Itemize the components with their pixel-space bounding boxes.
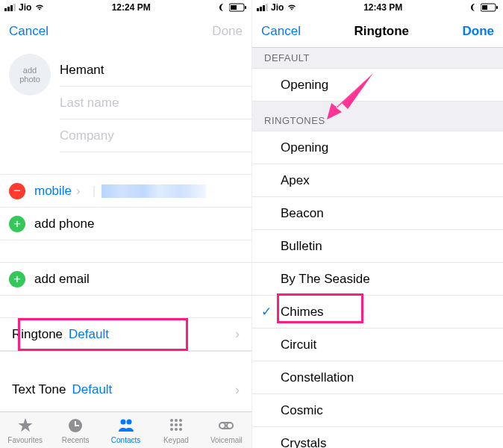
ringtone-item[interactable]: Beacon bbox=[252, 197, 503, 230]
ringtone-row[interactable]: Ringtone Default › bbox=[0, 318, 251, 351]
svg-point-12 bbox=[175, 423, 178, 426]
tab-bar: FavouritesRecentsContactsKeypadVoicemail bbox=[0, 411, 251, 448]
chevron-icon: › bbox=[235, 326, 240, 342]
checkmark-icon: ✓ bbox=[261, 304, 272, 320]
svg-point-18 bbox=[227, 423, 233, 429]
ringtone-item[interactable]: Apex bbox=[252, 164, 503, 197]
tab-label: Recents bbox=[62, 436, 90, 444]
wifi-icon bbox=[34, 4, 45, 11]
ringtone-value: Default bbox=[69, 327, 109, 342]
screen-edit-contact: Jio 12:24 PM Cancel Done add photo − mob… bbox=[0, 0, 251, 448]
svg-rect-21 bbox=[496, 6, 498, 9]
texttone-value: Default bbox=[72, 382, 112, 397]
tab-label: Contacts bbox=[111, 436, 140, 444]
ringtone-name: Bulletin bbox=[281, 239, 322, 254]
company-field[interactable] bbox=[60, 128, 240, 143]
nav-bar: Cancel Ringtone Done bbox=[252, 15, 503, 48]
tab-favourites[interactable]: Favourites bbox=[0, 412, 50, 448]
ringtone-name: Constellation bbox=[281, 370, 354, 385]
done-button[interactable]: Done bbox=[462, 24, 494, 39]
tab-keypad[interactable]: Keypad bbox=[151, 412, 201, 448]
add-email-row[interactable]: + add email bbox=[0, 263, 251, 296]
wifi-icon bbox=[287, 4, 297, 11]
svg-point-7 bbox=[126, 419, 131, 424]
ringtone-item[interactable]: ✓Chimes bbox=[252, 296, 503, 329]
svg-point-13 bbox=[179, 423, 182, 426]
chevron-icon: › bbox=[235, 382, 240, 398]
svg-point-14 bbox=[170, 428, 173, 431]
screen-ringtone: Jio 12:43 PM Cancel Ringtone Done Defaul… bbox=[251, 0, 503, 448]
ringtone-item[interactable]: Circuit bbox=[252, 329, 503, 361]
ringtone-name: Cosmic bbox=[281, 403, 323, 418]
svg-point-16 bbox=[179, 428, 182, 431]
tab-label: Voicemail bbox=[210, 436, 243, 444]
tab-label: Keypad bbox=[163, 436, 189, 444]
ringtone-name: Chimes bbox=[281, 305, 324, 320]
moon-icon bbox=[469, 3, 478, 12]
add-icon: + bbox=[9, 271, 25, 287]
tab-recents[interactable]: Recents bbox=[50, 412, 100, 448]
ringtone-name: By The Seaside bbox=[281, 272, 370, 287]
svg-rect-2 bbox=[245, 6, 246, 9]
page-title: Ringtone bbox=[354, 24, 409, 39]
ringtone-name: Circuit bbox=[281, 337, 316, 352]
remove-phone-button[interactable]: − bbox=[9, 183, 25, 199]
tab-contacts[interactable]: Contacts bbox=[101, 412, 151, 448]
ringtone-name: Crystals bbox=[281, 436, 326, 449]
battery-icon bbox=[481, 3, 499, 12]
svg-point-15 bbox=[175, 428, 178, 431]
ringtone-name: Apex bbox=[281, 173, 310, 188]
cancel-button[interactable]: Cancel bbox=[9, 24, 49, 39]
chevron-icon: › bbox=[76, 184, 81, 199]
ringtone-item[interactable]: By The Seaside bbox=[252, 263, 503, 296]
ringtone-item[interactable]: Cosmic bbox=[252, 394, 503, 427]
add-photo-button[interactable]: add photo bbox=[9, 54, 51, 96]
clock: 12:24 PM bbox=[112, 2, 151, 13]
ringtone-item[interactable]: Crystals bbox=[252, 427, 503, 448]
ringtone-item[interactable]: Opening bbox=[252, 131, 503, 164]
add-phone-row[interactable]: + add phone bbox=[0, 208, 251, 240]
svg-point-8 bbox=[170, 419, 173, 422]
svg-rect-20 bbox=[482, 5, 487, 10]
last-name-field[interactable] bbox=[60, 96, 240, 111]
svg-point-11 bbox=[170, 423, 173, 426]
svg-point-6 bbox=[120, 419, 125, 424]
signal-icon bbox=[257, 4, 268, 11]
add-email-label: add email bbox=[34, 272, 90, 287]
moon-icon bbox=[217, 3, 226, 12]
carrier-label: Jio bbox=[19, 2, 31, 13]
annotation-arrow bbox=[321, 66, 381, 128]
nav-bar: Cancel Done bbox=[0, 15, 251, 48]
add-phone-label: add phone bbox=[34, 217, 94, 231]
svg-point-10 bbox=[179, 419, 182, 422]
done-button[interactable]: Done bbox=[212, 24, 243, 39]
svg-rect-5 bbox=[75, 425, 79, 426]
ringtone-name: Opening bbox=[281, 140, 328, 155]
carrier-label: Jio bbox=[271, 2, 284, 13]
svg-point-17 bbox=[219, 423, 225, 429]
phone-type-label[interactable]: mobile bbox=[34, 184, 72, 199]
phone-number-blurred[interactable] bbox=[101, 184, 206, 198]
tab-label: Favourites bbox=[7, 436, 43, 444]
ringtone-name: Beacon bbox=[281, 206, 324, 221]
ringtone-item[interactable]: Bulletin bbox=[252, 230, 503, 263]
tab-voicemail[interactable]: Voicemail bbox=[201, 412, 251, 448]
first-name-field[interactable] bbox=[60, 63, 240, 78]
svg-rect-1 bbox=[231, 5, 237, 10]
battery-icon bbox=[229, 3, 247, 12]
texttone-label: Text Tone bbox=[12, 382, 66, 397]
status-bar: Jio 12:43 PM bbox=[252, 0, 503, 15]
clock: 12:43 PM bbox=[363, 2, 402, 13]
texttone-row[interactable]: Text Tone Default › bbox=[0, 373, 251, 406]
ringtone-label: Ringtone bbox=[12, 327, 63, 342]
add-icon: + bbox=[9, 216, 25, 232]
status-bar: Jio 12:24 PM bbox=[0, 0, 251, 15]
signal-icon bbox=[4, 4, 16, 11]
cancel-button[interactable]: Cancel bbox=[261, 24, 301, 39]
svg-point-9 bbox=[175, 419, 178, 422]
phone-row[interactable]: − mobile› | bbox=[0, 175, 251, 208]
ringtone-item[interactable]: Constellation bbox=[252, 361, 503, 394]
